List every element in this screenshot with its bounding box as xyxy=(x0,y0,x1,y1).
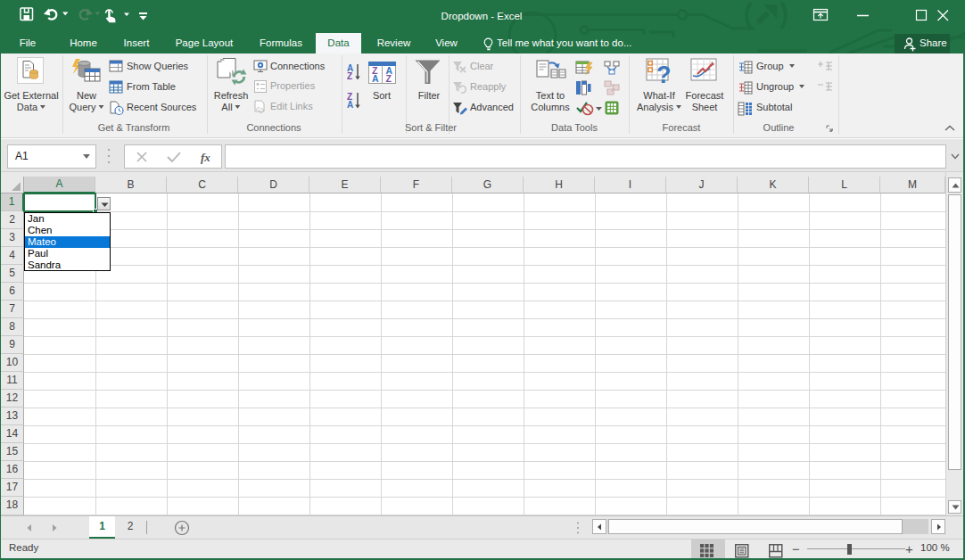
svg-text:Z: Z xyxy=(347,71,352,81)
svg-text:?: ? xyxy=(656,62,672,86)
svg-text:A: A xyxy=(347,100,353,110)
svg-text:fx: fx xyxy=(201,151,210,164)
svg-text:A: A xyxy=(372,73,379,84)
svg-text:Z: Z xyxy=(386,73,392,84)
